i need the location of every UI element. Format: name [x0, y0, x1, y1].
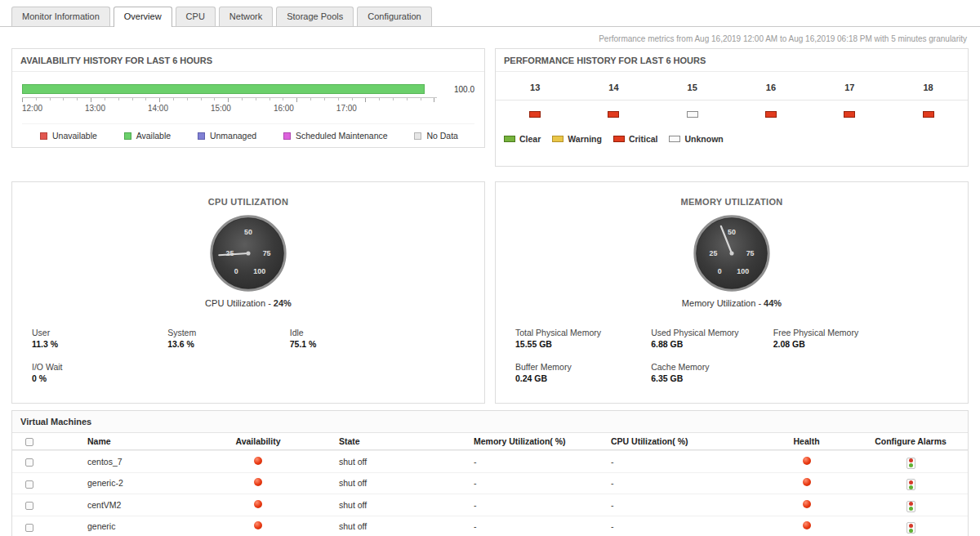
legend-swatch: [414, 132, 421, 140]
memory-panel: MEMORY UTILIZATION 50 25 75 0 100: [495, 181, 969, 404]
select-all-checkbox[interactable]: [25, 438, 33, 446]
hour-label-13: 13: [496, 83, 574, 92]
performance-legend: ClearWarningCriticalUnknown: [504, 134, 968, 144]
row-checkbox[interactable]: [25, 480, 33, 489]
alarm-red-dot: [909, 524, 913, 528]
tab-configuration[interactable]: Configuration: [357, 7, 431, 26]
vm-cpu-utilization: -: [578, 453, 760, 470]
gauge-tick-75: 75: [263, 249, 271, 257]
legend-swatch: [198, 132, 205, 140]
legend-item-unknown: Unknown: [669, 134, 723, 144]
legend-item-unavailable: Unavailable: [40, 131, 97, 141]
row-checkbox[interactable]: [25, 502, 33, 510]
hour-status-cell: [732, 109, 810, 119]
stat-used-physical-memory: Used Physical Memory6.88 GB: [651, 328, 773, 349]
col-header-name: Name: [47, 433, 210, 449]
vm-name[interactable]: centVM2: [47, 497, 210, 513]
virtual-machines-title: Virtual Machines: [12, 411, 968, 433]
legend-swatch: [504, 136, 515, 142]
legend-swatch: [552, 136, 564, 142]
legend-swatch: [283, 132, 291, 140]
row-checkbox[interactable]: [25, 458, 33, 467]
gauge-tick-75: 75: [746, 249, 755, 257]
hour-label-14: 14: [574, 83, 653, 92]
tab-overview[interactable]: Overview: [114, 7, 172, 27]
stat-label: System: [167, 328, 290, 337]
tab-network[interactable]: Network: [219, 7, 273, 26]
stat-label: Total Physical Memory: [515, 328, 651, 337]
vm-cpu-utilization: -: [578, 518, 760, 534]
row-checkbox-cell: [12, 453, 47, 470]
stat-buffer-memory: Buffer Memory0.24 GB: [515, 362, 651, 383]
alarm-green-dot: [909, 463, 913, 467]
stat-label: I/O Wait: [32, 362, 167, 372]
configure-alarms-icon[interactable]: [906, 458, 915, 469]
row-checkbox[interactable]: [25, 524, 33, 532]
health-cell: [760, 475, 853, 491]
health-cell: [760, 518, 853, 534]
legend-label: Warning: [568, 134, 602, 144]
alarm-red-dot: [909, 502, 913, 506]
availability-status-icon: [254, 500, 262, 508]
col-header-availability: Availability: [210, 433, 306, 449]
vm-name[interactable]: centos_7: [47, 453, 210, 470]
tab-monitor-information[interactable]: Monitor Information: [11, 7, 110, 26]
configure-alarms-icon[interactable]: [906, 479, 915, 490]
vm-memory-utilization: -: [441, 518, 578, 534]
availability-axis-labels: 12:0013:0014:0015:0016:0017:00: [22, 104, 399, 113]
vm-state: shut off: [306, 453, 441, 470]
cpu-panel-title: CPU UTILIZATION: [12, 197, 484, 207]
col-header-cpu: CPU Utilization( %): [578, 433, 760, 449]
legend-item-scheduled-maintenance: Scheduled Maintenance: [283, 131, 388, 141]
memory-stats: Total Physical Memory15.55 GBUsed Physic…: [496, 328, 968, 383]
tab-storage-pools[interactable]: Storage Pools: [276, 7, 354, 26]
legend-label: Unknown: [684, 134, 723, 144]
vm-name[interactable]: generic: [47, 518, 210, 534]
table-row-centvm2: centVM2shut off--: [12, 494, 968, 516]
vm-name[interactable]: generic-2: [47, 475, 210, 491]
stat-value: 11.3 %: [32, 339, 167, 349]
legend-swatch: [124, 132, 131, 140]
stat-label: Cache Memory: [651, 362, 773, 372]
axis-tick-label: 15:00: [211, 104, 274, 113]
col-header-state: State: [306, 433, 441, 449]
col-header-health: Health: [760, 433, 853, 449]
performance-panel: PERFORMANCE HISTORY FOR LAST 6 HOURS 131…: [495, 48, 969, 167]
configure-alarms-icon[interactable]: [906, 522, 915, 534]
memory-gauge-caption: Memory Utilization - 44%: [496, 298, 968, 308]
table-row-generic: genericshut off--: [12, 516, 968, 536]
stat-value: 13.6 %: [167, 339, 290, 349]
hour-label-18: 18: [889, 83, 967, 92]
legend-label: Unmanaged: [210, 131, 256, 141]
gauge-tick-100: 100: [737, 267, 749, 275]
tab-cpu[interactable]: CPU: [176, 7, 216, 26]
availability-value: 100.0: [437, 84, 474, 94]
configure-alarms-cell: [853, 451, 968, 472]
metrics-note: Performance metrics from Aug 16,2019 12:…: [0, 27, 980, 48]
configure-alarms-cell: [853, 516, 968, 536]
legend-item-warning: Warning: [552, 134, 602, 144]
memory-panel-title: MEMORY UTILIZATION: [496, 197, 968, 207]
alarm-green-dot: [909, 529, 913, 533]
stat-cache-memory: Cache Memory6.35 GB: [651, 362, 773, 383]
configure-alarms-icon[interactable]: [906, 501, 915, 512]
stat-idle: Idle75.1 %: [290, 328, 484, 349]
table-header-row: Name Availability State Memory Utilizati…: [12, 433, 968, 450]
vm-state: shut off: [306, 475, 441, 491]
cpu-gauge-caption: CPU Utilization - 24%: [12, 298, 484, 308]
gauge-tick-0: 0: [234, 267, 238, 275]
stat-user: User11.3 %: [32, 328, 167, 349]
hour-status-cell: [653, 109, 732, 119]
memory-caption-prefix: Memory Utilization -: [682, 298, 764, 308]
stat-value: 0.24 GB: [515, 373, 651, 383]
stat-value: 0 %: [32, 373, 167, 383]
availability-status-icon: [254, 478, 262, 486]
gauge-tick-0: 0: [718, 267, 722, 275]
stat-system: System13.6 %: [167, 328, 290, 349]
availability-chart: 12:0013:0014:0015:0016:0017:00 100.0: [22, 84, 474, 113]
legend-label: Available: [136, 131, 171, 141]
status-square-critical: [529, 111, 541, 118]
availability-cell: [210, 453, 306, 470]
gauge-tick-25: 25: [226, 249, 234, 257]
axis-tick-label: 14:00: [148, 104, 211, 113]
